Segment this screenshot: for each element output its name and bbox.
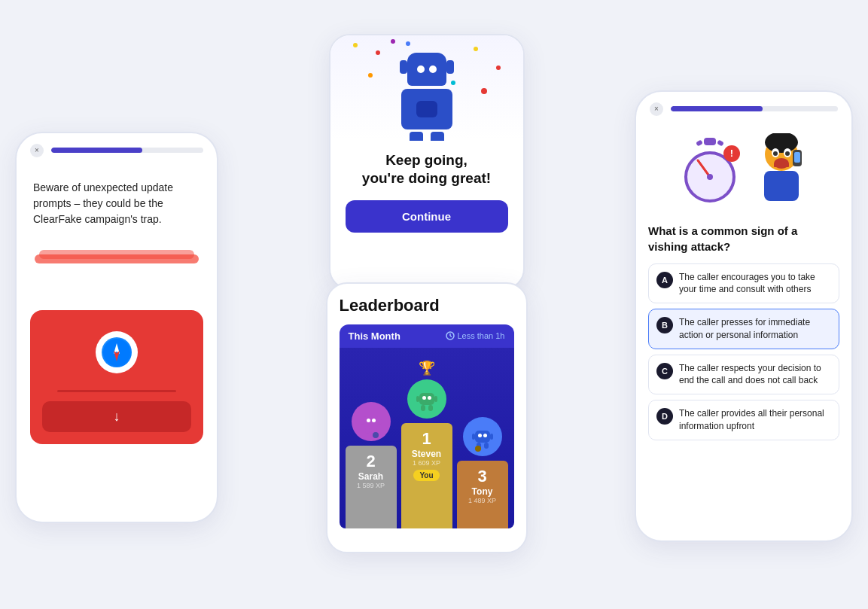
- robot-head: [407, 53, 446, 86]
- svg-point-40: [785, 151, 790, 156]
- option-letter-c: C: [656, 363, 673, 379]
- robot-illustration: [330, 35, 523, 141]
- podium-item-1st: 🏆: [401, 360, 452, 528]
- clearfake-box: ↓: [30, 310, 203, 444]
- person-svg: [748, 133, 808, 209]
- svg-rect-10: [379, 419, 382, 425]
- robot-3-svg: [466, 420, 499, 453]
- svg-rect-23: [483, 434, 487, 437]
- robot-avatar-1: [407, 379, 446, 419]
- mid-column: Keep going, you're doing great! Continue…: [321, 34, 532, 576]
- progress-bar-fill: [51, 148, 142, 153]
- svg-rect-42: [774, 163, 789, 167]
- robot-avatar-3: [463, 417, 502, 456]
- confetti-dot: [353, 43, 358, 47]
- option-letter-d: D: [656, 408, 673, 425]
- svg-rect-21: [475, 431, 490, 443]
- quiz-content: What is a common sign of a vishing attac…: [636, 217, 851, 455]
- right-close-button[interactable]: ×: [650, 102, 663, 116]
- scene: × Beware of unexpected update prompts – …: [15, 15, 853, 594]
- svg-rect-45: [794, 152, 800, 163]
- option-text-b: The caller presses for immediate action …: [679, 316, 831, 342]
- quiz-option-c[interactable]: C The caller respects your decision to e…: [648, 355, 839, 395]
- confetti-dot: [376, 50, 380, 55]
- confetti-dot: [391, 39, 395, 44]
- podium-block-2: 2 Sarah 1 589 XP: [346, 446, 397, 528]
- svg-point-13: [373, 432, 379, 438]
- layer-mid: [35, 254, 199, 263]
- keep-going-title: Keep going, you're doing great!: [346, 151, 508, 188]
- confetti-dot: [496, 65, 501, 70]
- right-progress-bar-bg: [671, 106, 838, 111]
- confetti-dot: [474, 47, 478, 51]
- option-letter-a: A: [656, 272, 673, 288]
- leaderboard-content: Leaderboard This Month Less than 1h: [327, 284, 526, 528]
- svg-rect-20: [428, 405, 433, 411]
- download-arrow-icon: ↓: [114, 409, 120, 425]
- person-container: [748, 133, 808, 209]
- svg-rect-19: [421, 405, 425, 411]
- compass-icon: [102, 337, 132, 367]
- svg-rect-15: [422, 396, 426, 400]
- podium-item-3rd: 3 Tony 1 489 XP: [457, 417, 508, 528]
- right-progress-bar-fill: [671, 106, 763, 111]
- svg-rect-6: [364, 416, 379, 428]
- clearfake-text: Beware of unexpected update prompts – th…: [33, 180, 200, 227]
- robot-eye-right: [429, 65, 437, 73]
- svg-rect-30: [696, 139, 703, 146]
- confetti-dot: [451, 81, 455, 85]
- quiz-option-a[interactable]: A The caller encourages you to take your…: [648, 263, 839, 304]
- svg-rect-31: [717, 139, 724, 146]
- quiz-illustration: !: [636, 122, 851, 217]
- continue-button[interactable]: Continue: [346, 200, 508, 233]
- confetti-dot: [368, 73, 373, 78]
- svg-rect-18: [434, 396, 437, 402]
- clearfake-card: ↓: [17, 250, 217, 444]
- podium-item-2nd: 2 Sarah 1 589 XP: [346, 402, 397, 528]
- svg-rect-43: [764, 171, 799, 201]
- close-button[interactable]: ×: [30, 144, 44, 157]
- this-month-label: This Month: [349, 330, 400, 342]
- svg-rect-27: [484, 443, 489, 449]
- clock-icon: [446, 331, 455, 340]
- option-text-a: The caller encourages you to take your t…: [679, 271, 831, 297]
- time-label: Less than 1h: [446, 331, 505, 340]
- quiz-question: What is a common sign of a vishing attac…: [648, 223, 839, 254]
- svg-rect-11: [365, 428, 370, 434]
- svg-rect-25: [490, 434, 493, 440]
- robot-1-svg: [410, 382, 443, 416]
- safari-icon: [96, 331, 138, 373]
- option-text-d: The caller provides all their personal i…: [679, 407, 831, 433]
- svg-point-0: [103, 339, 130, 366]
- this-month-bar: This Month Less than 1h: [340, 324, 514, 348]
- mid-bottom-phone: Leaderboard This Month Less than 1h: [326, 282, 528, 553]
- quiz-option-b[interactable]: B The caller presses for immediate actio…: [648, 309, 839, 349]
- svg-point-34: [707, 174, 713, 180]
- left-phone-header: ×: [17, 133, 217, 163]
- right-phone-header: ×: [636, 92, 851, 122]
- you-badge: You: [413, 470, 439, 481]
- left-phone: × Beware of unexpected update prompts – …: [15, 132, 218, 523]
- robot-ear-left: [400, 60, 407, 74]
- confetti-dot: [406, 41, 410, 46]
- confetti: [330, 35, 523, 141]
- right-phone: ×: [635, 90, 853, 542]
- svg-rect-17: [416, 396, 419, 402]
- mid-top-phone: Keep going, you're doing great! Continue: [329, 34, 525, 290]
- progress-bar-bg: [51, 148, 203, 153]
- confetti-dot: [481, 88, 487, 94]
- robot-avatar-2: [352, 402, 391, 441]
- svg-rect-24: [472, 434, 475, 440]
- leaderboard-title: Leaderboard: [340, 296, 514, 315]
- compass-svg: [103, 339, 130, 366]
- quiz-image-area: !: [676, 129, 812, 212]
- podium-block-1: 1 Steven 1 609 XP You: [401, 423, 452, 528]
- left-phone-body: Beware of unexpected update prompts – th…: [17, 163, 217, 227]
- svg-rect-29: [704, 138, 716, 145]
- robot-2-svg: [355, 405, 388, 438]
- download-button[interactable]: ↓: [42, 401, 191, 432]
- card-layers: [30, 250, 203, 265]
- quiz-option-d[interactable]: D The caller provides all their personal…: [648, 400, 839, 440]
- robot-eye-left: [417, 65, 425, 73]
- svg-rect-22: [478, 434, 482, 437]
